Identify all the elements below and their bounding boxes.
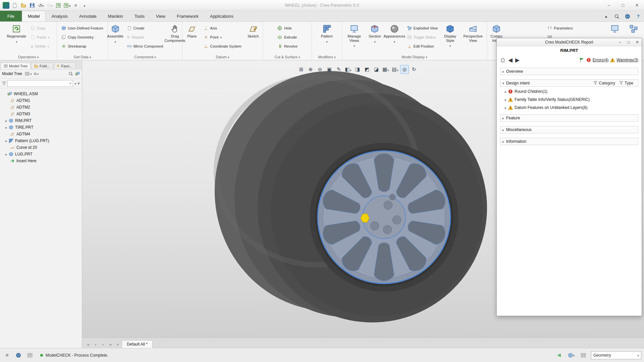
tree-item-wheel-asm[interactable]: WHEEL.ASM [0, 90, 82, 97]
tab-framework[interactable]: Framework [171, 11, 204, 21]
section-button[interactable]: Section [366, 23, 383, 45]
warnings-link[interactable]: Warnings(3) [616, 58, 638, 62]
model-report-icon[interactable] [579, 351, 588, 360]
tab-applications[interactable]: Applications [204, 11, 239, 21]
forward-icon[interactable]: ▶ [515, 57, 520, 64]
zoom-in-icon[interactable] [306, 65, 315, 74]
filter-category-label[interactable]: Category [599, 81, 615, 85]
home-icon[interactable] [500, 57, 505, 63]
undo-button[interactable] [37, 1, 45, 9]
group-label-get-data[interactable]: Get Data [57, 54, 108, 60]
filter-options-icon[interactable] [74, 81, 76, 86]
tree-item-adtm1[interactable]: ADTM1 [0, 97, 82, 104]
tab-favorites[interactable]: Favo... [54, 62, 76, 69]
first-tab-icon[interactable]: « [85, 341, 92, 348]
next-tab-icon[interactable]: › [100, 341, 106, 348]
tree-item-pattern-lug[interactable]: Pattern (LUG.PRT) [0, 137, 82, 144]
check-item-round-children[interactable]: Round Children(1) [500, 87, 638, 96]
tab-model[interactable]: Model [22, 11, 46, 21]
datum-display-filters-icon[interactable] [381, 65, 390, 74]
help-icon[interactable] [635, 13, 642, 20]
saved-orientations-icon[interactable] [410, 65, 418, 74]
modelcheck-minimize-button[interactable] [615, 38, 624, 46]
tab-file[interactable]: File [0, 11, 22, 21]
tree-filter-input[interactable] [9, 81, 69, 85]
user-defined-feature-button[interactable]: User-Defined Feature [60, 24, 105, 32]
group-label-model-display[interactable]: Model Display [342, 54, 487, 60]
zoom-region-icon[interactable] [297, 65, 306, 74]
add-filter-icon[interactable] [77, 81, 80, 86]
minimize-button[interactable] [602, 0, 616, 10]
last-tab-icon[interactable]: » [107, 341, 114, 348]
wireframe-icon[interactable] [372, 65, 381, 74]
community-globe-icon[interactable] [624, 13, 631, 20]
app-logo-icon[interactable] [2, 1, 10, 9]
tree-item-lug-prt[interactable]: LUG.PRT [0, 151, 82, 158]
toggle-status-button[interactable]: Toggle Status [406, 33, 440, 41]
section-information[interactable]: Information [500, 138, 638, 145]
pattern-button[interactable]: Pattern [318, 23, 336, 45]
web-browser-icon[interactable] [14, 351, 23, 360]
minimize-ribbon-icon[interactable] [602, 13, 610, 20]
full-screen-icon[interactable] [25, 351, 34, 360]
coordinate-system-button[interactable]: Coordinate System [202, 42, 243, 50]
new-file-button[interactable] [11, 1, 19, 9]
save-button[interactable] [28, 1, 36, 9]
exploded-view-button[interactable]: Exploded View [406, 24, 440, 32]
plane-button[interactable]: Plane [183, 23, 201, 40]
repaint-icon[interactable] [334, 65, 343, 74]
navigator-toggle-icon[interactable] [3, 351, 11, 360]
sketch-button[interactable]: Sketch [245, 23, 262, 40]
search-icon[interactable] [613, 13, 621, 20]
display-style-button[interactable]: Display Style [441, 23, 460, 49]
maximize-button[interactable] [616, 0, 630, 10]
expand-icon[interactable] [5, 138, 7, 143]
tree-item-tire-prt[interactable]: TIRE.PRT [0, 124, 82, 131]
expand-icon[interactable] [5, 152, 7, 157]
delete-button[interactable]: Delete [29, 42, 51, 50]
category-funnel-icon[interactable] [593, 81, 597, 85]
copy-button[interactable]: Copy [29, 24, 51, 32]
section-miscellaneous[interactable]: Miscellaneous [500, 126, 638, 133]
tab-view[interactable]: View [150, 11, 171, 21]
tab-folder-browser[interactable]: Fold... [31, 63, 53, 69]
tab-tools[interactable]: Tools [129, 11, 150, 21]
new-view-tab-icon[interactable]: + [114, 341, 121, 348]
group-label-modifiers[interactable]: Modifiers [312, 54, 342, 60]
display-style-icon[interactable] [344, 65, 353, 74]
expand-icon[interactable] [5, 118, 7, 123]
model-regenerate-status-icon[interactable] [555, 351, 564, 360]
tree-display-options-button[interactable] [25, 71, 32, 76]
modelcheck-title-bar[interactable]: Creo ModelCHECK Report [497, 38, 642, 46]
group-label-operations[interactable]: Operations [0, 54, 57, 60]
point-button[interactable]: Point [202, 33, 243, 41]
type-funnel-icon[interactable] [619, 81, 623, 85]
refit-icon[interactable] [325, 65, 334, 74]
previous-tab-icon[interactable]: ‹ [92, 341, 99, 348]
tree-show-button[interactable] [68, 71, 73, 76]
copy-geometry-button[interactable]: Copy Geometry [60, 33, 105, 41]
manage-views-button[interactable]: Manage Views [344, 23, 365, 49]
spin-center-icon[interactable] [400, 65, 409, 74]
tree-item-curve-id-20[interactable]: Curve id 20 [0, 144, 82, 151]
view-tab-default-all[interactable]: Default All * [122, 340, 153, 348]
check-item-datum-features[interactable]: Datum Features on Unblanked Layers(8) [500, 104, 638, 112]
assemble-button[interactable]: Assemble [107, 23, 124, 45]
expand-icon[interactable] [505, 89, 506, 94]
group-label-datum[interactable]: Datum [182, 54, 263, 60]
regenerate-quick-button[interactable] [54, 1, 62, 9]
filter-type-label[interactable]: Type [625, 81, 633, 85]
clear-filter-icon[interactable] [69, 81, 71, 86]
regenerate-options-button[interactable] [63, 1, 71, 9]
tree-item-rim-prt[interactable]: RIM.PRT [0, 117, 82, 124]
open-file-button[interactable] [19, 1, 28, 9]
tab-manikin[interactable]: Manikin [102, 11, 129, 21]
appearances-button[interactable]: Appearances [385, 23, 404, 45]
section-overview[interactable]: Overview [500, 68, 638, 75]
tree-item-adtm3[interactable]: ADTM3 [0, 111, 82, 117]
expand-icon[interactable] [505, 97, 506, 102]
tree-settings-button[interactable] [75, 71, 80, 76]
back-icon[interactable]: ◀ [508, 57, 513, 64]
section-feature[interactable]: Feature [500, 114, 638, 122]
tab-annotate[interactable]: Annotate [73, 11, 102, 21]
